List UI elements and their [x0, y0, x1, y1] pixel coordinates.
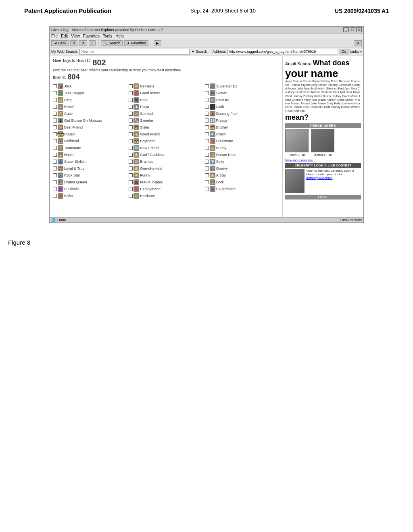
tag-checkbox-spiritual[interactable]	[129, 112, 133, 116]
tag-checkbox-super-stylish[interactable]	[53, 160, 57, 164]
tag-checkbox-el-diablo[interactable]	[53, 187, 57, 191]
tag-checkbox-brother[interactable]	[205, 125, 209, 129]
tag-checkbox-cutie[interactable]	[53, 112, 57, 116]
tag-item-superstar-dj: 🎵 Superstar DJ	[205, 83, 279, 89]
tag-checkbox-lymon[interactable]	[205, 98, 209, 102]
menu-edit[interactable]: Edit	[61, 34, 68, 38]
tag-checkbox-tree-hugger[interactable]	[53, 91, 57, 95]
refresh-button[interactable]: ↺	[79, 40, 87, 46]
tag-checkbox-skater[interactable]	[205, 91, 209, 95]
tag-label-new-friend: New Friend	[140, 146, 159, 150]
tag-checkbox-a-star[interactable]	[205, 173, 209, 177]
tag-icon-jock: 🏈	[58, 83, 63, 89]
give-tags-label: Give Tags to Brian C:	[53, 58, 91, 63]
search-go-button[interactable]: ▼ Search	[191, 50, 207, 54]
tag-checkbox-hardcore[interactable]	[129, 194, 133, 198]
tag-checkbox-playa[interactable]	[129, 105, 133, 109]
tag-checkbox-ex-boyfriend[interactable]	[129, 187, 133, 191]
go-button[interactable]: Go	[339, 49, 348, 54]
main-content: Give A Tag - Microsoft Internet Explorer…	[0, 18, 413, 231]
tag-checkbox-jock[interactable]	[53, 84, 57, 88]
user1-avatar	[285, 129, 309, 152]
tag-checkbox-baller[interactable]	[53, 194, 57, 198]
tag-label-pimp: Pimp	[64, 98, 73, 102]
tag-checkbox-funny[interactable]	[129, 173, 133, 177]
tag-icon-dork: 🤓	[210, 179, 215, 185]
home-button[interactable]: ⌂	[89, 40, 96, 46]
stop-button[interactable]: ×	[70, 40, 77, 46]
tag-checkbox-pimp[interactable]	[53, 98, 57, 102]
address-sep	[210, 48, 210, 55]
tag-checkbox-one-of-a-kind[interactable]	[129, 166, 133, 170]
tools-icon-button[interactable]: ⚙	[354, 40, 362, 46]
tag-checkbox-sister[interactable]	[129, 125, 133, 129]
tag-label-classmate: Classmate	[216, 139, 234, 143]
media-button[interactable]: ▶	[154, 40, 161, 46]
tag-item-brother: 👦 Brother	[205, 124, 279, 131]
tag-item-hardcore: 🤘 Hardcore	[129, 193, 203, 199]
page-header: Patent Application Publication Sep. 24, …	[0, 0, 413, 18]
tag-checkbox-brainiac[interactable]	[129, 160, 133, 164]
menu-help[interactable]: Help	[115, 34, 124, 38]
menu-favorites[interactable]: Favorites	[83, 34, 100, 38]
minimize-button[interactable]: _	[343, 27, 349, 32]
tag-checkbox-boyfriend[interactable]	[129, 139, 133, 143]
tag-checkbox-dancing-fool[interactable]	[205, 112, 209, 116]
brian-label: Brian C:	[53, 75, 66, 79]
tag-icon-brother: 👦	[210, 125, 215, 130]
tag-checkbox-drama-queen[interactable]	[53, 180, 57, 184]
tag-item-tree-hugger: 🌿 Tree Hugger	[53, 90, 127, 96]
menu-file[interactable]: File	[51, 34, 58, 38]
tag-checkbox-girlfriend[interactable]	[53, 139, 57, 143]
tag-checkbox-future-yuppie[interactable]	[129, 180, 133, 184]
maximize-button[interactable]: □	[350, 27, 355, 32]
tag-checkbox-loyal-true[interactable]	[53, 166, 57, 170]
tag-checkbox-emo[interactable]	[129, 98, 133, 102]
view-more-link[interactable]: View more users>>	[285, 158, 361, 162]
tag-checkbox-sweetie[interactable]	[129, 118, 133, 123]
tag-checkbox-preppy[interactable]	[205, 118, 209, 123]
tag-checkbox-god-goddess[interactable]	[129, 153, 133, 157]
tag-checkbox-groovy[interactable]	[205, 166, 209, 170]
tag-checkbox-hottie[interactable]	[53, 153, 57, 157]
tag-checkbox-ex-girlfriend[interactable]	[205, 187, 209, 191]
tag-label-good-kisser: Good Kisser	[140, 91, 160, 95]
tag-checkbox-get-stowie[interactable]	[53, 118, 57, 123]
tag-item-future-yuppie: 💼 Future Yuppie	[129, 179, 203, 185]
tag-checkbox-best-friend[interactable]	[53, 125, 57, 129]
web-search-input[interactable]	[79, 49, 190, 55]
tag-icon-brainiac: 🧠	[133, 159, 139, 164]
address-input[interactable]	[227, 49, 338, 54]
tag-checkbox-dork[interactable]	[205, 180, 209, 184]
menu-tools[interactable]: Tools	[103, 34, 112, 38]
tag-checkbox-rebel[interactable]	[53, 105, 57, 109]
tag-checkbox-good-friend[interactable]	[129, 132, 133, 136]
tag-checkbox-rock-star[interactable]	[53, 173, 57, 177]
tag-item-hottie: 🔥 Hottie	[53, 152, 127, 158]
tag-checkbox-new-friend[interactable]	[129, 146, 133, 150]
favorites-button[interactable]: ★ Favorites	[124, 40, 148, 46]
tag-checkbox-crush[interactable]	[205, 132, 209, 136]
tag-checkbox-nemesis[interactable]	[129, 84, 133, 88]
search-button[interactable]: 🔍 Search	[101, 40, 123, 46]
menu-view[interactable]: View	[71, 34, 80, 38]
tag-checkbox-good-kisser[interactable]	[129, 91, 133, 95]
names-text: Anjali Sandra Rachel Bryan Brittany Robi…	[285, 79, 361, 112]
tag-checkbox-sexy[interactable]	[205, 160, 209, 164]
tag-checkbox-goth[interactable]	[205, 105, 209, 109]
close-button[interactable]: ×	[356, 27, 362, 32]
tag-icon-super-stylish: 👗	[58, 159, 63, 164]
tag-icon-sister: 👧	[133, 125, 139, 130]
tag-checkbox-dream-date[interactable]	[205, 153, 209, 157]
tag-item-buddy: 👍 Buddy	[205, 145, 279, 151]
tag-checkbox-buddy[interactable]	[205, 146, 209, 150]
tag-checkbox-teammate[interactable]	[53, 146, 57, 150]
count-804: 804	[68, 73, 80, 81]
tag-item-sexy: 💎 Sexy	[205, 158, 279, 165]
tag-icon-ex-girlfriend: ➕	[210, 186, 215, 192]
tag-label-boyfriend: Boyfriend	[140, 139, 155, 143]
tag-checkbox-superstar-dj[interactable]	[205, 84, 209, 88]
tag-label-brainiac: Brainiac	[140, 160, 153, 164]
back-button[interactable]: ◄ Back	[51, 40, 69, 46]
tag-checkbox-classmate[interactable]	[205, 139, 209, 143]
